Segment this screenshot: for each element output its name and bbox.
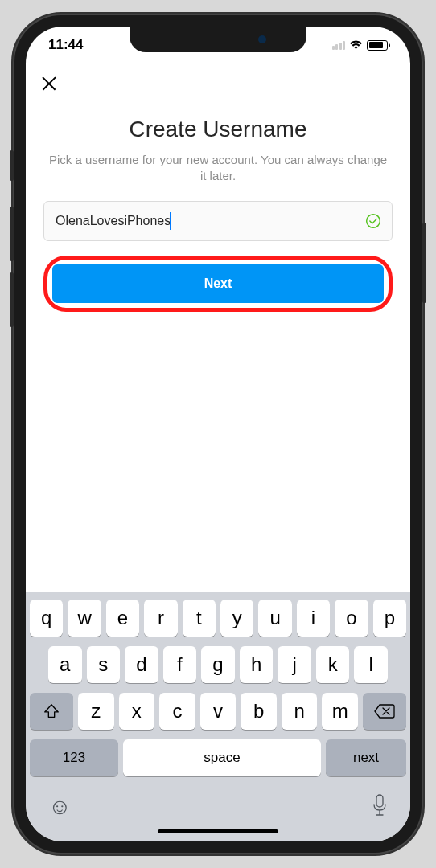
username-field-wrap <box>43 201 393 241</box>
space-key[interactable]: space <box>123 739 321 776</box>
return-key[interactable]: next <box>326 739 406 776</box>
shift-key[interactable] <box>30 693 73 730</box>
key-r[interactable]: r <box>144 600 177 637</box>
username-input[interactable] <box>43 201 393 241</box>
key-f[interactable]: f <box>163 646 197 683</box>
checkmark-circle-icon <box>365 213 381 229</box>
status-time: 11:44 <box>48 37 83 53</box>
key-x[interactable]: x <box>119 693 155 730</box>
key-y[interactable]: y <box>220 600 253 637</box>
text-cursor <box>170 212 171 230</box>
mic-icon[interactable] <box>372 794 388 817</box>
key-p[interactable]: p <box>373 600 406 637</box>
wifi-icon <box>349 40 363 50</box>
highlight-annotation: Next <box>43 256 393 312</box>
home-indicator[interactable] <box>158 829 278 833</box>
key-d[interactable]: d <box>125 646 158 683</box>
next-button[interactable]: Next <box>52 264 384 303</box>
svg-rect-1 <box>376 795 383 807</box>
key-l[interactable]: l <box>354 646 388 683</box>
key-s[interactable]: s <box>87 646 121 683</box>
close-icon[interactable] <box>40 74 58 92</box>
key-j[interactable]: j <box>278 646 311 683</box>
key-a[interactable]: a <box>48 646 82 683</box>
battery-icon <box>367 40 388 51</box>
backspace-key[interactable] <box>363 693 406 730</box>
key-h[interactable]: h <box>240 646 274 683</box>
key-g[interactable]: g <box>201 646 235 683</box>
key-w[interactable]: w <box>68 600 101 637</box>
key-k[interactable]: k <box>316 646 350 683</box>
key-q[interactable]: q <box>30 600 63 637</box>
key-n[interactable]: n <box>282 693 318 730</box>
key-e[interactable]: e <box>106 600 139 637</box>
status-indicators <box>332 40 389 51</box>
numeric-mode-key[interactable]: 123 <box>30 739 118 776</box>
key-t[interactable]: t <box>183 600 216 637</box>
keyboard: qwertyuiop asdfghjkl zxcvbnm 123 space n… <box>26 592 410 841</box>
svg-point-0 <box>367 214 380 227</box>
key-o[interactable]: o <box>335 600 368 637</box>
key-z[interactable]: z <box>78 693 114 730</box>
key-b[interactable]: b <box>241 693 277 730</box>
key-c[interactable]: c <box>159 693 195 730</box>
key-i[interactable]: i <box>297 600 330 637</box>
key-u[interactable]: u <box>258 600 291 637</box>
key-m[interactable]: m <box>322 693 358 730</box>
key-v[interactable]: v <box>200 693 237 730</box>
page-title: Create Username <box>43 117 393 142</box>
page-subtitle: Pick a username for your new account. Yo… <box>43 152 393 185</box>
cellular-signal-icon <box>332 41 346 50</box>
nav-bar <box>26 63 410 102</box>
emoji-icon[interactable]: ☺ <box>48 794 72 820</box>
